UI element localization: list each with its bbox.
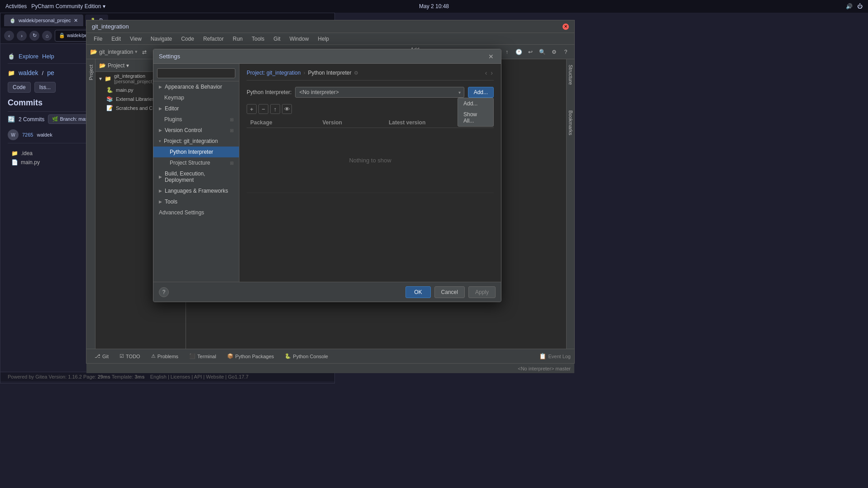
interpreter-row: Python Interpreter: <No interpreter> ▾ A… (247, 87, 494, 98)
nav-project-git[interactable]: ▾ Project: git_integration (153, 136, 239, 147)
vc-icon: ⊞ (230, 128, 234, 133)
breadcrumb-back-btn[interactable]: ‹ (484, 69, 488, 76)
show-package-details-button[interactable]: 👁 (282, 104, 292, 114)
help-button[interactable]: ? (159, 287, 169, 297)
breadcrumb-nav: ‹ › (484, 69, 494, 76)
footer-buttons: OK Cancel Apply (405, 286, 496, 298)
settings-titlebar: Settings ✕ (153, 49, 501, 64)
breadcrumb-project-link[interactable]: Project: git_integration (247, 70, 300, 76)
settings-content: Project: git_integration › Python Interp… (239, 64, 501, 282)
settings-dialog: Settings ✕ ▶ Appearance & Behavior Keyma… (153, 49, 501, 302)
settings-footer: ? OK Cancel Apply (153, 282, 501, 302)
nav-arrow-editor: ▶ (159, 106, 162, 111)
show-all-dropdown-item[interactable]: Show All... (458, 109, 493, 126)
settings-overlay: Settings ✕ ▶ Appearance & Behavior Keyma… (0, 0, 868, 488)
nav-arrow-lang: ▶ (159, 189, 162, 193)
settings-sidebar: ▶ Appearance & Behavior Keymap ▶ Editor … (153, 64, 239, 282)
add-dropdown-item[interactable]: Add... (458, 98, 493, 109)
empty-table-row: Nothing to show (247, 128, 494, 193)
nav-arrow-project: ▾ (159, 139, 161, 143)
remove-package-button[interactable]: − (258, 104, 268, 114)
add-interpreter-button[interactable]: Add... (468, 87, 494, 98)
nav-version-control[interactable]: ▶ Version Control ⊞ (153, 125, 239, 136)
nav-project-structure[interactable]: Project Structure ⊞ (153, 157, 239, 168)
nav-arrow-tools: ▶ (159, 199, 162, 204)
plugins-icon: ⊞ (230, 117, 234, 122)
breadcrumb-forward-btn[interactable]: › (490, 69, 494, 76)
add-package-button[interactable]: + (247, 104, 257, 114)
nav-arrow-vc: ▶ (159, 128, 162, 133)
settings-close-button[interactable]: ✕ (486, 52, 496, 61)
add-btn-group: Add... Add... Show All... (468, 87, 494, 98)
nav-languages[interactable]: ▶ Languages & Frameworks (153, 185, 239, 196)
breadcrumb-separator: › (303, 70, 305, 76)
nav-advanced[interactable]: Advanced Settings (153, 207, 239, 218)
package-toolbar: + − ↑ 👁 (247, 104, 494, 114)
nav-build-exec[interactable]: ▶ Build, Execution, Deployment (153, 168, 239, 185)
nav-arrow-appearance: ▶ (159, 85, 162, 89)
settings-search-input[interactable] (157, 68, 235, 78)
interpreter-select[interactable]: <No interpreter> (295, 87, 464, 98)
nothing-to-show-label: Nothing to show (250, 130, 490, 191)
upgrade-package-button[interactable]: ↑ (270, 104, 280, 114)
nav-appearance[interactable]: ▶ Appearance & Behavior (153, 81, 239, 92)
package-table: Package Version Latest version Nothing t… (247, 118, 494, 193)
ok-button[interactable]: OK (405, 286, 430, 298)
nav-keymap[interactable]: Keymap (153, 92, 239, 103)
col-version: Version (319, 118, 385, 128)
breadcrumb-settings-icon: ⚙ (354, 70, 358, 76)
proj-struct-icon: ⊞ (230, 161, 234, 166)
settings-body: ▶ Appearance & Behavior Keymap ▶ Editor … (153, 64, 501, 282)
col-package: Package (247, 118, 319, 128)
nav-arrow-build: ▶ (159, 175, 162, 179)
nav-python-interpreter[interactable]: Python Interpreter (153, 147, 239, 157)
interpreter-select-wrapper: <No interpreter> ▾ (295, 87, 464, 98)
nav-editor[interactable]: ▶ Editor (153, 103, 239, 114)
apply-button[interactable]: Apply (468, 286, 496, 298)
add-dropdown-menu: Add... Show All... (458, 98, 494, 127)
cancel-button[interactable]: Cancel (434, 286, 465, 298)
settings-search-container (153, 66, 239, 81)
interpreter-label: Python Interpreter: (247, 89, 291, 95)
nav-plugins[interactable]: Plugins ⊞ (153, 114, 239, 125)
nav-tools[interactable]: ▶ Tools (153, 196, 239, 207)
settings-breadcrumb: Project: git_integration › Python Interp… (247, 69, 494, 81)
settings-dialog-title: Settings (159, 53, 180, 60)
breadcrumb-current: Python Interpreter (308, 70, 351, 76)
